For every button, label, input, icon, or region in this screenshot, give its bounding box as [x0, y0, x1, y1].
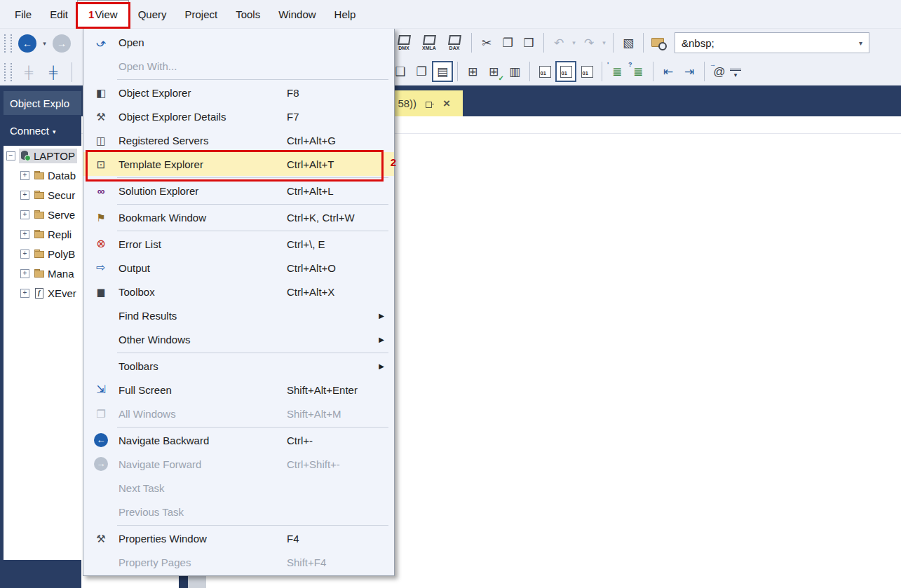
menu-item-navigate-backward[interactable]: Navigate BackwardCtrl+- [83, 428, 394, 452]
menu-item-label: Template Explorer [118, 158, 287, 170]
tree-node-laptop[interactable]: −LAPTOP [6, 146, 81, 165]
find-in-objects-button[interactable] [648, 32, 669, 53]
results-to-file-button[interactable]: 01 [576, 61, 597, 82]
xmla-query-button[interactable]: XMLA [416, 32, 442, 53]
collapse-icon[interactable]: − [6, 151, 15, 160]
annotation-number-1: 1 [88, 8, 94, 20]
menu-item-full-screen[interactable]: ⇲Full ScreenShift+Alt+Enter [83, 378, 394, 402]
redo-dropdown[interactable]: ▾ [599, 32, 609, 53]
decrease-indent-button[interactable]: ⇤ [658, 61, 679, 82]
expand-icon[interactable]: + [20, 210, 29, 219]
menu-item-output[interactable]: ⇨OutputCtrl+Alt+O [83, 256, 394, 280]
toolbar-drag-grip[interactable] [4, 63, 12, 81]
menu-project[interactable]: Project [175, 0, 226, 28]
open-icon: ↷ [83, 36, 118, 48]
solution-explorer-icon: ∞ [83, 186, 118, 196]
connect-button[interactable]: Connect ▾ [4, 115, 81, 146]
comment-lines-button[interactable]: ≣' [607, 61, 628, 82]
expand-icon[interactable]: + [20, 171, 29, 180]
menu-item-next-task: Next Task [83, 476, 394, 500]
menu-separator [117, 525, 388, 526]
connect-button[interactable]: ╪ [18, 62, 39, 83]
menu-tools[interactable]: Tools [226, 0, 269, 28]
menu-item-registered-servers[interactable]: ◫Registered ServersCtrl+Alt+G [83, 128, 394, 152]
editor-scrollbar[interactable] [188, 576, 206, 588]
menu-view[interactable]: 1View [77, 0, 129, 28]
menu-item-find-results[interactable]: Find Results▶ [83, 303, 394, 327]
expand-icon[interactable]: + [20, 230, 29, 239]
tree-node-serve[interactable]: +Serve [20, 205, 81, 224]
tree-node-label: Mana [48, 268, 74, 280]
query-options-button[interactable]: ▥ [504, 61, 525, 82]
display-estimated-plan-button[interactable]: ⊞ [462, 61, 483, 82]
tree-node-xever[interactable]: +XEver [20, 283, 81, 303]
parse-query-button[interactable]: ⊞✓ [483, 61, 504, 82]
copy-button[interactable]: ❐ [497, 32, 518, 53]
object-explorer-tree: −LAPTOP+Datab+Secur+Serve+Repli+PolyB+Ma… [4, 146, 81, 560]
tree-node-label: LAPTOP [34, 150, 75, 162]
standard-toolbar-right: DMXXMLADAX✂❐❒↶▾↷▾▧&nbsp;▾ [391, 32, 869, 53]
menu-item-solution-explorer[interactable]: ∞Solution ExplorerCtrl+Alt+L [83, 179, 394, 203]
tree-node-repli[interactable]: +Repli [20, 224, 81, 244]
tree-node-secur[interactable]: +Secur [20, 185, 81, 205]
fullscreen-icon: ⇲ [83, 384, 118, 395]
tree-node-polyb[interactable]: +PolyB [20, 244, 81, 264]
menu-item-object-explorer[interactable]: ◧Object ExplorerF8 [83, 81, 394, 104]
menu-item-bookmark-window[interactable]: ⚑Bookmark WindowCtrl+K, Ctrl+W [83, 205, 394, 229]
menu-label: Query [138, 8, 167, 20]
menu-item-label: Object Explorer Details [118, 111, 287, 123]
menu-file[interactable]: File [6, 0, 41, 28]
menu-window[interactable]: Window [269, 0, 325, 28]
menu-item-object-explorer-details[interactable]: ⚒Object Explorer DetailsF7 [83, 104, 394, 128]
menu-help[interactable]: Help [325, 0, 365, 28]
results-pane-button[interactable]: ▤ [432, 61, 453, 82]
uncomment-lines-button[interactable]: ≣? [628, 61, 649, 82]
menu-item-other-windows[interactable]: Other Windows▶ [83, 327, 394, 351]
cut-button[interactable]: ✂ [476, 32, 497, 53]
change-connection-button[interactable]: ╪ [43, 62, 64, 83]
results-to-grid-button[interactable]: 01 [555, 61, 576, 82]
menu-item-label: Error List [118, 238, 287, 250]
search-combobox[interactable]: &nbsp;▾ [675, 32, 869, 53]
pin-icon[interactable] [426, 100, 434, 108]
caret-down-icon[interactable]: ▾ [859, 39, 862, 47]
execution-plan-button[interactable]: ▧ [618, 32, 639, 53]
tree-node-datab[interactable]: +Datab [20, 165, 81, 185]
undo-button[interactable]: ↶ [548, 32, 569, 53]
navigate-backward-button[interactable]: ← [18, 34, 36, 53]
toolbar-overflow-button[interactable]: ▾ [730, 69, 741, 81]
navigate-backward-dropdown[interactable]: ▾ [40, 33, 49, 54]
results-icon: 01 [539, 66, 551, 78]
menu-query[interactable]: Query [129, 0, 176, 28]
menu-item-toolbars[interactable]: Toolbars▶ [83, 354, 394, 378]
paste-button[interactable]: ❒ [518, 32, 539, 53]
dax-query-button[interactable]: DAX [442, 32, 467, 53]
results-icon: 01 [560, 66, 572, 78]
toolbar-separator [613, 33, 614, 53]
menu-item-open[interactable]: ↷Open [83, 30, 394, 54]
tree-node-mana[interactable]: +Mana [20, 264, 81, 283]
menu-item-toolbox[interactable]: ▆ToolboxCtrl+Alt+X [83, 280, 394, 303]
menu-item-template-explorer[interactable]: ⊡Template ExplorerCtrl+Alt+T2 [83, 152, 394, 176]
toolbar-drag-grip[interactable] [4, 34, 12, 53]
error-list-icon: ⊗ [83, 238, 118, 249]
cube-label: DAX [449, 46, 460, 50]
menu-item-error-list[interactable]: ⊗Error ListCtrl+\, E [83, 232, 394, 256]
navigate-forward-icon [83, 457, 118, 471]
expand-icon[interactable]: + [20, 269, 29, 278]
expand-icon[interactable]: + [20, 289, 29, 298]
redo-button[interactable]: ↷ [578, 32, 599, 53]
window-button[interactable]: ❐ [411, 61, 432, 82]
navigate-forward-button[interactable]: → [53, 34, 71, 53]
undo-dropdown[interactable]: ▾ [569, 32, 578, 53]
expand-icon[interactable]: + [20, 249, 29, 259]
dmx-query-button[interactable]: DMX [391, 32, 416, 53]
menu-edit[interactable]: Edit [41, 0, 77, 28]
increase-indent-button[interactable]: ⇥ [679, 61, 700, 82]
expand-icon[interactable]: + [20, 191, 29, 200]
menu-item-properties-window[interactable]: ⚒Properties WindowF4 [83, 526, 394, 550]
results-to-text-button[interactable]: 01 [534, 61, 555, 82]
editor-splitter[interactable] [179, 576, 188, 588]
template-parameters-button[interactable]: @→ [709, 61, 730, 82]
close-icon[interactable]: × [443, 97, 450, 109]
